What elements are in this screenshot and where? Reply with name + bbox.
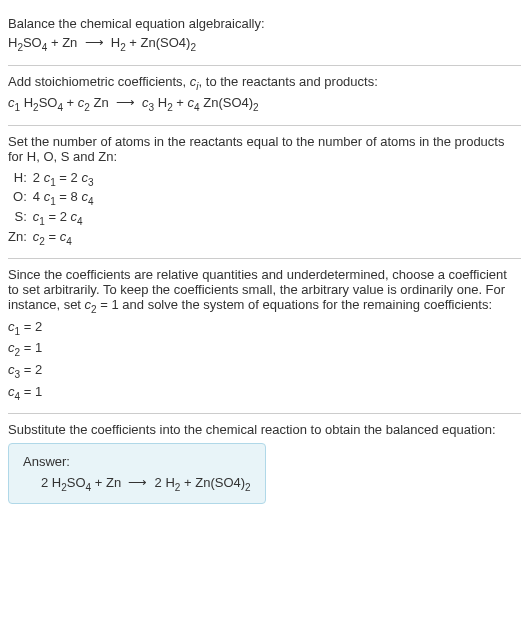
section-problem: Balance the chemical equation algebraica… <box>8 8 521 66</box>
balance-table: H: 2 c1 = 2 c3 O: 4 c1 = 8 c4 S: c1 = 2 … <box>8 170 99 248</box>
element-equation: 4 c1 = 8 c4 <box>33 189 100 209</box>
section-add-coefficients: Add stoichiometric coefficients, ci, to … <box>8 66 521 126</box>
coeff-intro: Add stoichiometric coefficients, ci, to … <box>8 74 521 92</box>
coeff-equation: c1 H2SO4 + c2 Zn ⟶ c3 H2 + c4 Zn(SO4)2 <box>8 95 521 113</box>
balance-intro: Set the number of atoms in the reactants… <box>8 134 521 164</box>
element-label: Zn: <box>8 229 33 249</box>
table-row: H: 2 c1 = 2 c3 <box>8 170 99 190</box>
solve-line: c2 = 1 <box>8 340 521 358</box>
answer-label: Answer: <box>23 454 251 469</box>
element-equation: 2 c1 = 2 c3 <box>33 170 100 190</box>
element-equation: c2 = c4 <box>33 229 100 249</box>
element-label: H: <box>8 170 33 190</box>
table-row: O: 4 c1 = 8 c4 <box>8 189 99 209</box>
problem-equation: H2SO4 + Zn ⟶ H2 + Zn(SO4)2 <box>8 35 521 53</box>
section-solve: Since the coefficients are relative quan… <box>8 259 521 414</box>
element-label: O: <box>8 189 33 209</box>
section-answer: Substitute the coefficients into the che… <box>8 414 521 512</box>
answer-equation: 2 H2SO4 + Zn ⟶ 2 H2 + Zn(SO4)2 <box>23 475 251 493</box>
problem-intro: Balance the chemical equation algebraica… <box>8 16 521 31</box>
solve-line: c1 = 2 <box>8 319 521 337</box>
table-row: S: c1 = 2 c4 <box>8 209 99 229</box>
solve-line: c3 = 2 <box>8 362 521 380</box>
solve-intro: Since the coefficients are relative quan… <box>8 267 521 315</box>
answer-intro: Substitute the coefficients into the che… <box>8 422 521 437</box>
element-equation: c1 = 2 c4 <box>33 209 100 229</box>
table-row: Zn: c2 = c4 <box>8 229 99 249</box>
solve-line: c4 = 1 <box>8 384 521 402</box>
element-label: S: <box>8 209 33 229</box>
section-atom-balance: Set the number of atoms in the reactants… <box>8 126 521 259</box>
answer-box: Answer: 2 H2SO4 + Zn ⟶ 2 H2 + Zn(SO4)2 <box>8 443 266 504</box>
